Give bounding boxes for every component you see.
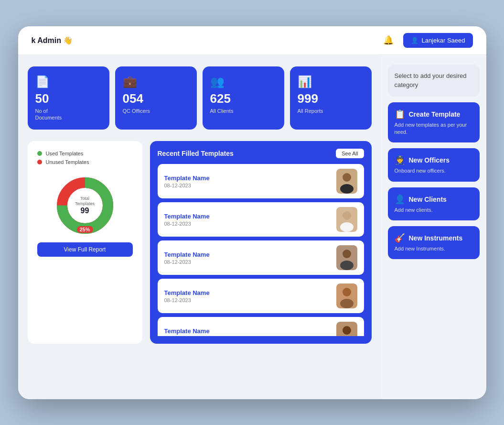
stat-card-documents: 📄 50 No ofDocuments [28,66,109,130]
chart-legend: Used Templates Unused Templates [37,151,133,168]
svg-point-10 [340,261,354,270]
svg-point-6 [343,211,351,220]
templates-header: Recent Filled Templates See All [158,149,364,158]
new-clients-card[interactable]: 👤 New Clients Add new clients. [388,187,480,220]
clients-label: All Clients [210,108,277,114]
new-officers-title: New Officers [409,156,450,164]
used-dot [37,151,42,156]
avatar [336,245,357,270]
avatar-image [336,245,357,270]
template-info: Template Name 08-12-2023 [164,174,210,188]
officers-label: QC Officers [123,108,189,114]
svg-point-4 [340,184,354,194]
template-info: Template Name 08-12-2023 [164,289,210,303]
template-name: Template Name [164,327,210,335]
create-template-title: Create Template [409,110,461,118]
see-all-button[interactable]: See All [336,149,364,158]
template-date: 08-12-2023 [164,297,210,303]
create-template-icon: 📋 [395,109,405,120]
documents-icon: 📄 [35,75,102,88]
avatar [336,322,357,336]
legend-used: Used Templates [37,151,133,156]
template-name: Template Name [164,213,210,220]
avatar-image [336,283,357,308]
clients-number: 625 [210,92,277,105]
donut-percentage: 25% [76,226,93,233]
avatar-image [336,322,357,336]
left-panel: 📄 50 No ofDocuments 💼 054 QC Officers 👥 … [18,55,381,399]
right-panel: Select to add your desired category 📋 Cr… [381,55,486,399]
avatar [336,169,357,194]
svg-point-13 [340,299,354,308]
stat-card-officers: 💼 054 QC Officers [115,66,197,130]
new-officers-desc: Onboard new officers. [395,167,473,174]
reports-label: All Reports [298,108,364,114]
template-date: 08-12-2023 [164,221,210,227]
template-date: 08-12-2023 [164,336,210,337]
user-profile-button[interactable]: 👤 Lanjekar Saeed [403,33,472,48]
view-full-report-button[interactable]: View Full Report [37,242,133,257]
donut-title: TotalTemplates [75,196,95,207]
new-officers-icon: 👮 [395,155,405,165]
template-info: Template Name 08-12-2023 [164,213,210,227]
stats-row: 📄 50 No ofDocuments 💼 054 QC Officers 👥 … [28,66,372,130]
reports-number: 999 [298,92,364,105]
new-instruments-card[interactable]: 🎸 New Instruments Add new Instruments. [388,226,480,259]
create-template-header: 📋 Create Template [395,109,473,120]
reports-icon: 📊 [298,75,364,88]
main-content: 📄 50 No ofDocuments 💼 054 QC Officers 👥 … [18,55,486,399]
templates-list: Template Name 08-12-2023 [158,164,364,336]
unused-label: Unused Templates [46,159,89,165]
clients-icon: 👥 [210,75,277,88]
documents-number: 50 [35,92,102,105]
user-icon: 👤 [411,37,418,44]
user-name: Lanjekar Saeed [421,37,465,44]
new-clients-title: New Clients [409,196,447,203]
avatar [336,283,357,308]
templates-panel: Recent Filled Templates See All Template… [150,141,372,344]
header: k Admin 👋 🔔 👤 Lanjekar Saeed [18,26,486,55]
new-clients-icon: 👤 [395,194,405,205]
donut-number: 99 [75,207,95,215]
template-info: Template Name 08-12-2023 [164,251,210,265]
template-date: 08-12-2023 [164,183,210,188]
new-instruments-icon: 🎸 [395,233,405,243]
new-clients-header: 👤 New Clients [395,194,473,205]
avatar-image [336,169,357,194]
template-info: Template Name 08-12-2023 [164,327,210,337]
donut-label: TotalTemplates 99 [75,196,95,215]
header-actions: 🔔 👤 Lanjekar Saeed [380,32,472,48]
bell-icon: 🔔 [383,35,394,45]
documents-label: No ofDocuments [35,108,102,121]
used-label: Used Templates [46,151,84,156]
template-item: Template Name 08-12-2023 [158,317,364,336]
templates-title: Recent Filled Templates [158,150,234,157]
template-date: 08-12-2023 [164,259,210,265]
new-officers-header: 👮 New Officers [395,155,473,165]
donut-chart: TotalTemplates 99 25% [54,174,116,237]
app-title-text: k Admin 👋 [32,36,73,45]
notification-bell-button[interactable]: 🔔 [380,32,397,48]
app-container: k Admin 👋 🔔 👤 Lanjekar Saeed 📄 50 No ofD… [18,26,486,399]
category-hint: Select to add your desired category [388,65,480,97]
stat-card-reports: 📊 999 All Reports [290,66,372,130]
officers-icon: 💼 [123,75,189,88]
officers-number: 054 [123,92,189,105]
new-clients-desc: Add new clients. [395,207,473,214]
template-item: Template Name 08-12-2023 [158,279,364,313]
svg-point-7 [340,222,354,232]
avatar-image [336,207,357,232]
new-instruments-title: New Instruments [409,234,463,242]
svg-point-12 [343,288,351,296]
new-instruments-header: 🎸 New Instruments [395,233,473,243]
template-item: Template Name 08-12-2023 [158,202,364,237]
template-item: Template Name 08-12-2023 [158,164,364,198]
new-instruments-desc: Add new Instruments. [395,245,473,252]
create-template-card[interactable]: 📋 Create Template Add new templates as p… [388,102,480,143]
svg-point-9 [343,250,351,258]
avatar [336,207,357,232]
unused-dot [37,160,42,164]
template-item: Template Name 08-12-2023 [158,240,364,275]
new-officers-card[interactable]: 👮 New Officers Onboard new officers. [388,148,480,181]
template-name: Template Name [164,289,210,296]
